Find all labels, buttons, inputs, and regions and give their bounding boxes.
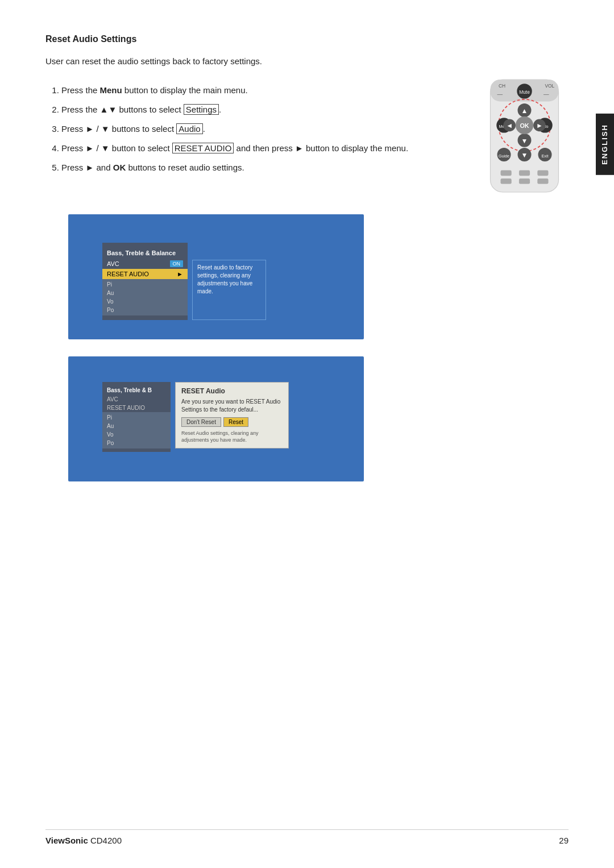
step-2-rest: . [219, 105, 221, 114]
footer-brand-model: ViewSonic CD4200 [45, 836, 122, 845]
intro-text: User can reset the audio settings back t… [45, 55, 569, 68]
side-item-pi: Pi [102, 280, 188, 289]
step-4-rest: and then press ► button to display the m… [234, 143, 408, 153]
remote-svg: CH VOL Mute — — Menu Info ▲ [480, 76, 569, 196]
svg-rect-29 [501, 171, 512, 176]
side-item-vo: Vo [102, 297, 188, 306]
screenshots-section: Bass, Treble & Balance AVC ON RESET AUDI… [45, 214, 569, 481]
screenshot-2: Bass, Treble & B AVC RESET AUDIO Pi Au V… [68, 356, 364, 481]
dialog-note: Reset Audio settings, clearing any adjus… [181, 430, 283, 443]
step-4-boxed: RESET AUDIO [172, 143, 234, 153]
svg-text:▼: ▼ [521, 151, 528, 159]
menu-left-panel-1: Bass, Treble & Balance AVC ON RESET AUDI… [102, 243, 188, 320]
svg-text:VOL: VOL [545, 83, 555, 89]
svg-text:►: ► [536, 122, 543, 130]
arrow-right: ► [177, 271, 183, 277]
menu-item-reset-2: RESET AUDIO [102, 404, 171, 412]
step-5-prefix: Press ► and [61, 163, 113, 172]
reset-audio-label: RESET AUDIO [107, 271, 149, 277]
side-item-au: Au [102, 289, 188, 297]
steps-list: Press the Menu button to display the mai… [45, 82, 463, 178]
english-tab: ENGLISH [596, 114, 614, 175]
reset-button[interactable]: Reset [223, 417, 248, 427]
step-4-prefix: Press ► / ▼ button to select [61, 143, 172, 153]
step-1: Press the Menu button to display the mai… [61, 82, 463, 99]
dont-reset-button[interactable]: Don't Reset [181, 417, 221, 427]
section-title: Reset Audio Settings [45, 34, 569, 44]
menu-item-avc-2: AVC [102, 395, 171, 404]
dialog-text: Are you sure you want to RESET Audio Set… [181, 398, 283, 414]
svg-text:—: — [544, 91, 549, 97]
menu-header-1: Bass, Treble & Balance [102, 247, 188, 259]
footer-brand: ViewSonic [45, 836, 88, 845]
svg-text:Mute: Mute [519, 89, 530, 95]
step-5: Press ► and OK buttons to reset audio se… [61, 159, 463, 176]
svg-rect-31 [537, 171, 548, 176]
step-1-bold: Menu [100, 85, 122, 95]
dialog-2: RESET Audio Are you sure you want to RES… [175, 382, 289, 448]
side-item-pi-2: Pi [102, 413, 171, 422]
tooltip-1-text: Reset audio to factory settings, clearin… [197, 264, 261, 296]
side-item-po-2: Po [102, 439, 171, 447]
steps-remote-row: Press the Menu button to display the mai… [45, 82, 569, 197]
side-item-au-2: Au [102, 422, 171, 430]
step-1-prefix: Press the [61, 85, 100, 95]
dialog-buttons: Don't Reset Reset [181, 417, 283, 427]
svg-rect-34 [537, 178, 548, 184]
page-footer: ViewSonic CD4200 29 [45, 829, 569, 845]
step-2-prefix: Press the ▲▼ buttons to select [61, 105, 184, 114]
side-items-2: Pi Au Vo Po [102, 412, 171, 448]
svg-text:CH: CH [499, 83, 505, 89]
step-4: Press ► / ▼ button to select RESET AUDIO… [61, 140, 463, 157]
step-2: Press the ▲▼ buttons to select Settings. [61, 101, 463, 118]
svg-text:▼: ▼ [521, 137, 528, 145]
tooltip-1: Reset audio to factory settings, clearin… [192, 260, 266, 320]
menu-item-avc: AVC ON [102, 259, 188, 269]
step-3: Press ► / ▼ buttons to select Audio. [61, 121, 463, 138]
dialog-title: RESET Audio [181, 387, 283, 395]
svg-text:◄: ◄ [506, 122, 513, 130]
svg-rect-30 [519, 171, 530, 176]
avc-label: AVC [107, 260, 119, 267]
footer-page-number: 29 [559, 836, 569, 845]
screenshot-1: Bass, Treble & Balance AVC ON RESET AUDI… [68, 214, 364, 339]
page-container: ENGLISH Reset Audio Settings User can re… [0, 0, 614, 868]
step-2-boxed: Settings [184, 104, 219, 115]
remote-control: CH VOL Mute — — Menu Info ▲ [480, 76, 569, 197]
step-5-bold: OK [113, 163, 126, 172]
side-item-vo-2: Vo [102, 430, 171, 439]
footer-model: CD4200 [90, 836, 122, 845]
svg-rect-33 [519, 178, 530, 184]
svg-text:—: — [497, 91, 503, 97]
svg-text:▲: ▲ [521, 107, 528, 115]
step-3-rest: . [203, 124, 205, 134]
step-3-boxed: Audio [176, 123, 202, 134]
side-item-po: Po [102, 306, 188, 314]
menu-panel-1: Bass, Treble & Balance AVC ON RESET AUDI… [102, 243, 266, 320]
svg-text:Exit: Exit [542, 153, 549, 159]
step-3-prefix: Press ► / ▼ buttons to select [61, 124, 176, 134]
svg-text:OK: OK [520, 122, 529, 129]
step-1-rest: button to display the main menu. [122, 85, 248, 95]
svg-rect-32 [501, 178, 512, 184]
menu-left-panel-2: Bass, Treble & B AVC RESET AUDIO Pi Au V… [102, 382, 171, 452]
on-badge: ON [170, 260, 184, 267]
menu-header-2: Bass, Treble & B [102, 385, 171, 395]
step-5-rest: buttons to reset audio settings. [126, 163, 244, 172]
menu-item-reset-audio: RESET AUDIO ► [102, 269, 188, 279]
side-items-1: Pi Au Vo Po [102, 279, 188, 315]
menu-panel-2: Bass, Treble & B AVC RESET AUDIO Pi Au V… [102, 382, 289, 452]
svg-text:Guide: Guide [499, 153, 509, 159]
